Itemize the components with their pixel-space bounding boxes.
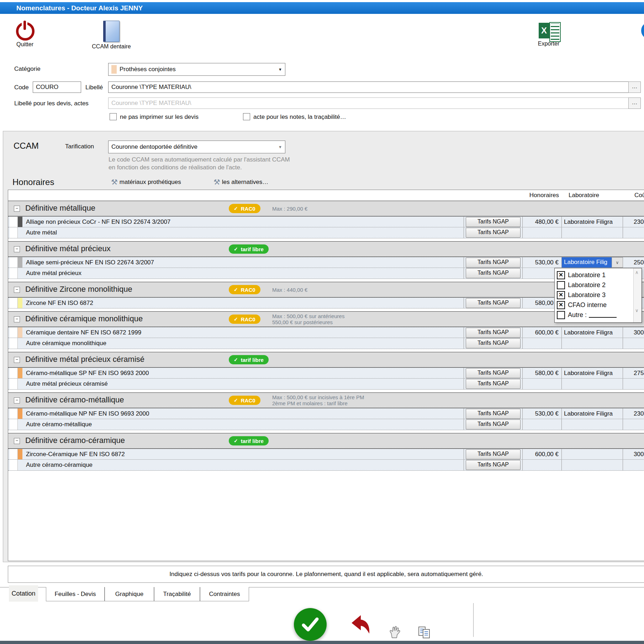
row-selector-cell[interactable] — [10, 460, 18, 470]
chevron-down-icon[interactable]: ▼ — [278, 67, 282, 72]
honoraires-cell[interactable]: 530,00 € — [523, 408, 562, 419]
cout-cell[interactable] — [623, 379, 644, 389]
undo-button[interactable] — [349, 614, 371, 638]
table-row[interactable]: Alliage semi-précieux NF EN ISO 22674 3/… — [8, 257, 644, 268]
laboratoire-cell[interactable] — [562, 227, 623, 238]
option-checkbox[interactable]: ✕ — [557, 291, 565, 299]
libelle-devis-browse-button[interactable]: … — [628, 97, 641, 109]
table-row[interactable]: Autre céramo-métalliqueTarifs NGAP — [8, 419, 644, 430]
libelle-devis-input[interactable]: Couronne \TYPE MATERIAU\ — [108, 97, 631, 109]
row-selector-cell[interactable] — [10, 368, 18, 378]
aide-button[interactable]: ? Aide — [633, 22, 644, 47]
laboratoire-cell[interactable]: Laboratoire Filigra — [562, 327, 623, 338]
tarifs-ngap-button[interactable]: Tarifs NGAP — [466, 338, 521, 348]
row-selector-cell[interactable] — [10, 408, 18, 419]
row-selector-cell[interactable] — [10, 379, 18, 389]
cout-cell[interactable]: 250,00 — [623, 257, 644, 268]
row-selector-cell[interactable] — [10, 449, 18, 459]
laboratoire-cell[interactable] — [562, 460, 623, 470]
honoraires-cell[interactable]: 600,00 € — [523, 449, 562, 459]
table-row[interactable]: Céramo-métallique SP NF EN ISO 9693 2000… — [8, 368, 644, 379]
option-checkbox[interactable] — [557, 311, 565, 319]
laboratoire-option[interactable]: Laboratoire 2 — [557, 280, 632, 290]
chevron-down-icon[interactable]: ▼ — [278, 145, 282, 149]
laboratoire-cell[interactable] — [562, 419, 623, 430]
exporter-button[interactable]: X Exporter — [527, 22, 570, 47]
table-row[interactable]: Autre métal précieux céramiséTarifs NGAP — [8, 379, 644, 390]
popup-scrollbar[interactable]: ∧ ∨ — [633, 268, 642, 322]
les-alternatives-button[interactable]: ⚒ les alternatives… — [213, 178, 268, 186]
copy-button[interactable] — [418, 626, 432, 641]
tab-contraintes[interactable]: Contraintes — [200, 587, 249, 601]
tab-graphique[interactable]: Graphique — [105, 587, 154, 601]
row-selector-cell[interactable] — [10, 227, 18, 238]
laboratoire-option[interactable]: ✕Laboratoire 3 — [557, 290, 632, 300]
collapse-icon[interactable]: − — [14, 316, 20, 322]
laboratoire-cell[interactable] — [562, 338, 623, 349]
code-input[interactable]: COURO — [33, 81, 81, 93]
cout-cell[interactable]: 275,00 — [623, 368, 644, 378]
group-header-row[interactable]: −Définitive céramique monolithique✓RAC0M… — [8, 311, 644, 327]
group-header-row[interactable]: −Définitive Zircone monolithique✓RAC0Max… — [8, 282, 644, 297]
checkbox-ne-pas-imprimer[interactable]: ne pas imprimer sur les devis — [110, 113, 199, 121]
laboratoire-option[interactable]: ✕Laboratoire 1 — [557, 270, 632, 280]
table-row[interactable]: Autre métalTarifs NGAP — [8, 227, 644, 238]
categorie-combobox[interactable]: Prothèses conjointes ▼ — [108, 63, 285, 76]
laboratoire-option[interactable]: Autre : — [557, 310, 632, 320]
tab-feuilles-devis[interactable]: Feuilles - Devis — [46, 587, 105, 601]
tarifs-ngap-button[interactable]: Tarifs NGAP — [466, 368, 521, 378]
quitter-button[interactable]: Quitter — [4, 21, 46, 48]
row-selector-cell[interactable] — [10, 257, 18, 268]
laboratoire-option[interactable]: ✕CFAO interne — [557, 300, 632, 310]
laboratoire-cell[interactable] — [562, 449, 623, 459]
table-row[interactable]: Autre céramo-céramiqueTarifs NGAP — [8, 460, 644, 471]
scroll-down-icon[interactable]: ∨ — [635, 308, 639, 313]
honoraires-cell[interactable]: 600,00 € — [523, 327, 562, 338]
tarifs-ngap-button[interactable]: Tarifs NGAP — [466, 409, 521, 419]
group-header-row[interactable]: −Définitive métal précieux✓tarif libre — [8, 241, 644, 257]
laboratoire-cell[interactable]: Laboratoire Filigra — [562, 368, 623, 378]
laboratoire-cell-selected[interactable]: Laboratoire Filig∨ — [562, 257, 623, 268]
chevron-down-icon[interactable]: ∨ — [612, 257, 623, 268]
option-checkbox[interactable]: ✕ — [557, 271, 565, 279]
tarifs-ngap-button[interactable]: Tarifs NGAP — [466, 268, 521, 278]
cout-cell[interactable]: 300,00 — [623, 327, 644, 338]
honoraires-cell[interactable] — [523, 379, 562, 389]
collapse-icon[interactable]: − — [14, 357, 20, 363]
honoraires-cell[interactable] — [523, 419, 562, 430]
row-selector-cell[interactable] — [10, 217, 18, 227]
group-header-row[interactable]: −Définitive métal précieux céramisé✓tari… — [8, 352, 644, 368]
scroll-up-icon[interactable]: ∧ — [635, 270, 639, 275]
collapse-icon[interactable]: − — [14, 246, 20, 252]
collapse-icon[interactable]: − — [14, 206, 20, 212]
materiaux-prothetiques-button[interactable]: ⚒ matériaux prothétiques — [111, 178, 181, 186]
laboratoire-cell[interactable]: Laboratoire Filigra — [562, 217, 623, 227]
tarifs-ngap-button[interactable]: Tarifs NGAP — [466, 258, 521, 268]
laboratoire-cell[interactable]: Laboratoire Filigra — [562, 408, 623, 419]
honoraires-cell[interactable] — [523, 460, 562, 470]
group-header-row[interactable]: −Définitive céramo-céramique✓tarif libre — [8, 433, 644, 449]
row-selector-cell[interactable] — [10, 338, 18, 349]
cout-cell[interactable]: 300,00 — [623, 449, 644, 459]
table-row[interactable]: Zircone NF EN ISO 6872Tarifs NGAP580,00 … — [8, 297, 644, 308]
acte-notes-checkbox[interactable] — [243, 113, 250, 120]
table-row[interactable]: Alliage non précieux CoCr - NF EN ISO 22… — [8, 216, 644, 227]
honoraires-cell[interactable] — [523, 227, 562, 238]
table-row[interactable]: Zircone-Céramique NF EN ISO 6872Tarifs N… — [8, 449, 644, 460]
cout-cell[interactable] — [623, 460, 644, 470]
laboratoire-cell[interactable] — [562, 379, 623, 389]
table-row[interactable]: Céramique dentaire NF EN ISO 6872 1999Ta… — [8, 327, 644, 338]
tarifs-ngap-button[interactable]: Tarifs NGAP — [466, 228, 521, 238]
tarifs-ngap-button[interactable]: Tarifs NGAP — [466, 328, 521, 338]
tarification-combobox[interactable]: Couronne dentoportée définitive ▼ — [108, 141, 285, 153]
ccam-dentaire-button[interactable]: CCAM dentaire — [86, 21, 136, 50]
group-header-row[interactable]: −Définitive céramo-métallique✓RAC0Max : … — [8, 392, 644, 408]
honoraires-cell[interactable] — [523, 338, 562, 349]
libelle-input[interactable]: Couronne \TYPE MATERIAU\ — [108, 81, 631, 93]
hand-button[interactable] — [388, 625, 401, 641]
group-header-row[interactable]: −Définitive métallique✓RAC0Max : 290,00 … — [8, 201, 644, 216]
tarifs-ngap-button[interactable]: Tarifs NGAP — [466, 419, 521, 429]
row-selector-cell[interactable] — [10, 419, 18, 430]
collapse-icon[interactable]: − — [14, 287, 20, 293]
honoraires-cell[interactable]: 530,00 € — [523, 257, 562, 268]
